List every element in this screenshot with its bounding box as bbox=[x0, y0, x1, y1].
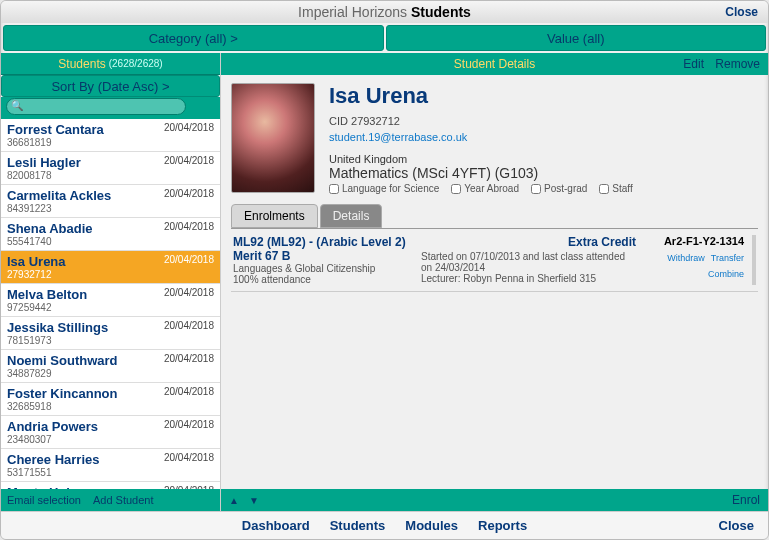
nav-students[interactable]: Students bbox=[330, 518, 386, 533]
title-bar: Imperial Horizons Students Close bbox=[1, 1, 768, 23]
list-item[interactable]: Melva Belton9725944220/04/2018 bbox=[1, 284, 220, 317]
list-item-id: 97259442 bbox=[7, 302, 87, 313]
next-arrow-icon[interactable]: ▼ bbox=[249, 495, 259, 506]
list-item[interactable]: Cheree Harries5317155120/04/2018 bbox=[1, 449, 220, 482]
enrol-room: Ar2-F1-Y2-1314 bbox=[644, 235, 744, 247]
list-item-date: 20/04/2018 bbox=[164, 122, 214, 133]
students-list-header: Students (2628/2628) bbox=[1, 53, 220, 75]
bottom-nav: Dashboard Students Modules Reports Close bbox=[1, 511, 768, 539]
category-filter[interactable]: Category (all) > bbox=[3, 25, 384, 51]
list-item-id: 23480307 bbox=[7, 434, 98, 445]
list-item[interactable]: Monte Hohman3935697520/04/2018 bbox=[1, 482, 220, 489]
list-item-name: Isa Urena bbox=[7, 254, 66, 269]
close-button-top[interactable]: Close bbox=[725, 5, 758, 19]
edit-button[interactable]: Edit bbox=[683, 57, 704, 71]
list-item-name: Lesli Hagler bbox=[7, 155, 81, 170]
list-item-id: 55541740 bbox=[7, 236, 92, 247]
list-item-name: Forrest Cantara bbox=[7, 122, 104, 137]
search-input[interactable] bbox=[6, 98, 186, 115]
list-item-id: 53171551 bbox=[7, 467, 100, 478]
combine-link[interactable]: Combine bbox=[708, 269, 744, 279]
list-item-name: Cheree Harries bbox=[7, 452, 100, 467]
list-item-id: 84391223 bbox=[7, 203, 111, 214]
close-button-bottom[interactable]: Close bbox=[719, 518, 754, 533]
prev-arrow-icon[interactable]: ▲ bbox=[229, 495, 239, 506]
transfer-link[interactable]: Transfer bbox=[711, 253, 744, 263]
list-item[interactable]: Lesli Hagler8200817820/04/2018 bbox=[1, 152, 220, 185]
list-item[interactable]: Isa Urena2793271220/04/2018 bbox=[1, 251, 220, 284]
enrol-dates: Started on 07/10/2013 and last class att… bbox=[421, 251, 636, 273]
tab-details[interactable]: Details bbox=[320, 204, 383, 228]
list-item-name: Jessika Stillings bbox=[7, 320, 108, 335]
app-title: Imperial Horizons bbox=[298, 4, 407, 20]
list-item-date: 20/04/2018 bbox=[164, 155, 214, 166]
student-flags: Language for ScienceYear AbroadPost-grad… bbox=[329, 183, 633, 194]
list-item-date: 20/04/2018 bbox=[164, 254, 214, 265]
remove-button[interactable]: Remove bbox=[715, 57, 760, 71]
enrol-attendance: 100% attendance bbox=[233, 274, 413, 285]
scroll-indicator[interactable] bbox=[752, 235, 756, 285]
list-item-id: 82008178 bbox=[7, 170, 81, 181]
enrol-dept: Languages & Global Citizenship bbox=[233, 263, 413, 274]
flag-checkbox[interactable] bbox=[531, 184, 541, 194]
list-item-name: Andria Powers bbox=[7, 419, 98, 434]
enrol-lecturer: Lecturer: Robyn Penna in Sherfield 315 bbox=[421, 273, 636, 284]
list-item-date: 20/04/2018 bbox=[164, 320, 214, 331]
list-item-name: Foster Kincannon bbox=[7, 386, 118, 401]
list-item-name: Melva Belton bbox=[7, 287, 87, 302]
list-item[interactable]: Shena Abadie5554174020/04/2018 bbox=[1, 218, 220, 251]
flag-checkbox[interactable] bbox=[451, 184, 461, 194]
enrol-title: ML92 (ML92) - (Arabic Level 2) bbox=[233, 235, 413, 249]
enrol-button[interactable]: Enrol bbox=[732, 493, 760, 507]
list-item[interactable]: Carmelita Ackles8439122320/04/2018 bbox=[1, 185, 220, 218]
email-selection-button[interactable]: Email selection bbox=[7, 494, 81, 506]
search-bar bbox=[1, 97, 220, 119]
sort-button[interactable]: Sort By (Date Asc) > bbox=[1, 75, 220, 97]
detail-header: Student Details Edit Remove bbox=[221, 53, 768, 75]
detail-footer: ▲ ▼ Enrol bbox=[221, 489, 768, 511]
flag-checkbox[interactable] bbox=[329, 184, 339, 194]
student-email[interactable]: student.19@terrabase.co.uk bbox=[329, 131, 467, 143]
student-name: Isa Urena bbox=[329, 83, 633, 109]
list-item[interactable]: Andria Powers2348030720/04/2018 bbox=[1, 416, 220, 449]
list-item-id: 78151973 bbox=[7, 335, 108, 346]
tab-enrolments[interactable]: Enrolments bbox=[231, 204, 318, 228]
student-list[interactable]: Forrest Cantara3668181920/04/2018Lesli H… bbox=[1, 119, 220, 489]
enrolment-row: ML92 (ML92) - (Arabic Level 2) Merit 67 … bbox=[231, 229, 758, 292]
add-student-button[interactable]: Add Student bbox=[93, 494, 154, 506]
withdraw-link[interactable]: Withdraw bbox=[667, 253, 705, 263]
list-footer: Email selection Add Student bbox=[1, 489, 220, 511]
list-item-date: 20/04/2018 bbox=[164, 287, 214, 298]
list-item[interactable]: Forrest Cantara3668181920/04/2018 bbox=[1, 119, 220, 152]
cid-line: CID 27932712 bbox=[329, 115, 633, 127]
list-item-date: 20/04/2018 bbox=[164, 452, 214, 463]
student-country: United Kingdom bbox=[329, 153, 633, 165]
flag-checkbox[interactable] bbox=[599, 184, 609, 194]
nav-modules[interactable]: Modules bbox=[405, 518, 458, 533]
flag-option[interactable]: Language for Science bbox=[329, 183, 439, 194]
page-title: Students bbox=[411, 4, 471, 20]
list-item-id: 32685918 bbox=[7, 401, 118, 412]
list-item-date: 20/04/2018 bbox=[164, 221, 214, 232]
list-item[interactable]: Foster Kincannon3268591820/04/2018 bbox=[1, 383, 220, 416]
list-item-id: 27932712 bbox=[7, 269, 66, 280]
list-item[interactable]: Jessika Stillings7815197320/04/2018 bbox=[1, 317, 220, 350]
list-item-date: 20/04/2018 bbox=[164, 188, 214, 199]
list-item-date: 20/04/2018 bbox=[164, 419, 214, 430]
student-photo bbox=[231, 83, 315, 193]
student-course: Mathematics (MSci 4YFT) (G103) bbox=[329, 165, 633, 181]
flag-option[interactable]: Staff bbox=[599, 183, 632, 194]
list-item-date: 20/04/2018 bbox=[164, 386, 214, 397]
nav-dashboard[interactable]: Dashboard bbox=[242, 518, 310, 533]
flag-option[interactable]: Year Abroad bbox=[451, 183, 519, 194]
list-item-id: 34887829 bbox=[7, 368, 118, 379]
list-item-id: 36681819 bbox=[7, 137, 104, 148]
list-item-name: Shena Abadie bbox=[7, 221, 92, 236]
list-item[interactable]: Noemi Southward3488782920/04/2018 bbox=[1, 350, 220, 383]
enrol-credit: Extra Credit bbox=[421, 235, 636, 249]
value-filter[interactable]: Value (all) bbox=[386, 25, 767, 51]
enrol-grade: Merit 67 B bbox=[233, 249, 413, 263]
flag-option[interactable]: Post-grad bbox=[531, 183, 587, 194]
nav-reports[interactable]: Reports bbox=[478, 518, 527, 533]
list-item-date: 20/04/2018 bbox=[164, 353, 214, 364]
